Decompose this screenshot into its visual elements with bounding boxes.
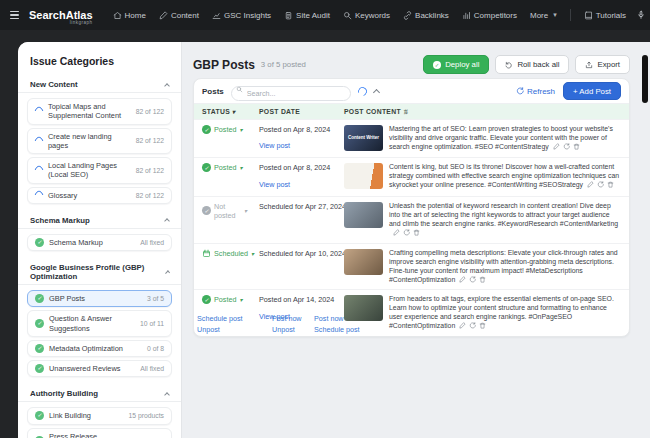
col-post-content[interactable]: POST CONTENT — [336, 104, 629, 119]
post-content: Crafting compelling meta descriptions: E… — [389, 249, 621, 285]
nav-menu: Home Content GSC Insights Site Audit Key… — [113, 9, 627, 21]
collapse-chevron-icon[interactable] — [373, 89, 380, 96]
regenerate-icon[interactable] — [403, 229, 410, 236]
add-post-button[interactable]: + Add Post — [563, 82, 621, 100]
section-items: Schema Markup All fixed — [18, 229, 181, 258]
post-now-link[interactable]: Post now — [314, 314, 360, 323]
sidebar-item-metadata-optimization[interactable]: Metadata Optimization 0 of 8 — [27, 340, 172, 357]
edit-icon[interactable] — [459, 322, 466, 329]
edit-icon[interactable] — [459, 276, 466, 283]
scheduled-date-dropdown[interactable]: Scheduled for Apr 10, 2024 — [259, 249, 332, 259]
section-items: Link Building 15 products Press Release … — [18, 402, 181, 438]
content-writer-thumbnail: Content Writer — [344, 125, 383, 151]
schedule-post-link[interactable]: Schedule post — [197, 314, 243, 323]
status-dropdown[interactable]: Not posted — [202, 202, 247, 220]
post-content: From headers to alt tags, explore the es… — [389, 295, 621, 331]
sidebar-item-link-building[interactable]: Link Building 15 products — [27, 407, 172, 424]
edit-icon[interactable] — [393, 229, 400, 236]
delete-icon[interactable] — [479, 276, 486, 283]
nav-site-audit-label: Site Audit — [296, 11, 330, 20]
deploy-all-button[interactable]: ✓ Deploy all — [423, 55, 489, 74]
view-post-link[interactable]: View post — [259, 180, 290, 189]
mic-icon[interactable] — [636, 10, 646, 20]
post-date: Posted on Apr 14, 2024 — [259, 295, 332, 304]
nav-content[interactable]: Content — [159, 11, 199, 20]
sidebar-item-gbp-posts[interactable]: GBP Posts 3 of 5 — [27, 290, 172, 307]
status-label: Posted — [214, 295, 236, 304]
unpost-link[interactable]: Unpost — [272, 325, 302, 334]
rollback-icon — [505, 61, 513, 69]
section-header-gbp-optimization[interactable]: Google Business Profile (GBP) Optimizati… — [18, 258, 181, 285]
schedule-post-link[interactable]: Schedule post — [314, 325, 360, 334]
edit-icon[interactable] — [553, 143, 560, 150]
scrollbar-thumb[interactable] — [642, 55, 648, 103]
chevron-up-icon — [164, 83, 170, 89]
nav-home[interactable]: Home — [113, 11, 146, 20]
sidebar-item-landing-pages[interactable]: Create new landing pages 82 of 122 — [27, 128, 172, 155]
nav-home-label: Home — [125, 11, 146, 20]
sidebar-item-unanswered-reviews[interactable]: Unanswered Reviews All fixed — [27, 360, 172, 377]
add-post-label: + Add Post — [573, 87, 611, 96]
export-label: Export — [597, 60, 620, 69]
loading-spinner-icon[interactable] — [356, 85, 368, 97]
sidebar-item-local-landing-pages[interactable]: Local Landing Pages (Local SEO) 82 of 12… — [27, 157, 172, 184]
section-header-schema-markup[interactable]: Schema Markup — [18, 211, 181, 229]
sidebar-item-press-release[interactable]: Press Release Distribution 3 products — [27, 428, 172, 438]
sidebar-item-qa-suggestions[interactable]: Question & Answer Suggestions 10 of 11 — [27, 310, 172, 337]
post-content: Mastering the art of SEO: Learn proven s… — [389, 125, 621, 152]
nav-gsc-insights[interactable]: GSC Insights — [212, 11, 271, 20]
status-dropdown[interactable]: Posted — [202, 295, 247, 304]
section-header-new-content[interactable]: New Content — [18, 75, 181, 93]
view-post-link[interactable]: View post — [259, 141, 290, 150]
status-dropdown[interactable]: Posted — [202, 163, 247, 172]
progress-icon — [33, 165, 44, 176]
nav-site-audit[interactable]: Site Audit — [284, 11, 330, 20]
nav-competitors[interactable]: Competitors — [462, 11, 517, 20]
nav-more[interactable]: More — [530, 11, 557, 20]
regenerate-icon[interactable] — [469, 322, 476, 329]
nav-right: MB — [636, 8, 650, 23]
item-label: Question & Answer Suggestions — [49, 314, 135, 333]
row-actions — [393, 229, 420, 236]
delete-icon[interactable] — [607, 181, 614, 188]
regenerate-icon[interactable] — [597, 181, 604, 188]
delete-icon[interactable] — [573, 143, 580, 150]
col-post-date[interactable]: POST DATE — [251, 104, 336, 119]
delete-icon[interactable] — [479, 322, 486, 329]
search-input[interactable] — [231, 86, 351, 101]
caret-down-icon — [244, 206, 247, 215]
nav-backlinks[interactable]: Backlinks — [403, 11, 449, 20]
scheduled-date-dropdown[interactable]: Scheduled for Apr 27, 2024 — [259, 202, 332, 212]
sidebar-item-schema-markup[interactable]: Schema Markup All fixed — [27, 234, 172, 251]
nav-keywords[interactable]: Keywords — [343, 11, 390, 20]
item-label: Create new landing pages — [48, 132, 131, 151]
nav-tutorials[interactable]: Tutorials — [584, 11, 626, 20]
refresh-label: Refresh — [527, 87, 555, 96]
edit-icon[interactable] — [587, 181, 594, 188]
status-dropdown[interactable]: Posted — [202, 125, 247, 134]
status-dropdown[interactable]: Scheduled — [202, 249, 247, 258]
unpost-link[interactable]: Unpost — [197, 325, 243, 334]
sidebar-item-topical-maps[interactable]: Topical Maps and Supplemental Content 82… — [27, 98, 172, 125]
page-subtitle: 3 of 5 posted — [261, 60, 306, 69]
deploy-all-label: Deploy all — [445, 60, 479, 69]
thumbnail-label: Content Writer — [348, 135, 379, 140]
refresh-button[interactable]: Refresh — [516, 87, 555, 96]
col-status[interactable]: STATUS — [194, 104, 251, 119]
item-label: Glossary — [48, 191, 131, 200]
section-header-authority-building[interactable]: Authority Building — [18, 384, 181, 402]
nav-separator — [570, 9, 571, 21]
sidebar-item-glossary[interactable]: Glossary 82 of 122 — [27, 187, 172, 204]
roll-back-all-button[interactable]: Roll back all — [495, 55, 569, 74]
post-now-link[interactable]: Post now — [272, 314, 302, 323]
check-circle-icon — [35, 411, 44, 420]
regenerate-icon[interactable] — [469, 276, 476, 283]
regenerate-icon[interactable] — [563, 143, 570, 150]
status-label: Posted — [214, 125, 236, 134]
check-circle-icon — [35, 344, 44, 353]
item-count: 10 of 11 — [140, 320, 164, 327]
menu-icon[interactable] — [10, 11, 19, 20]
export-button[interactable]: Export — [575, 55, 630, 74]
item-label: GBP Posts — [49, 294, 142, 303]
delete-icon[interactable] — [413, 229, 420, 236]
